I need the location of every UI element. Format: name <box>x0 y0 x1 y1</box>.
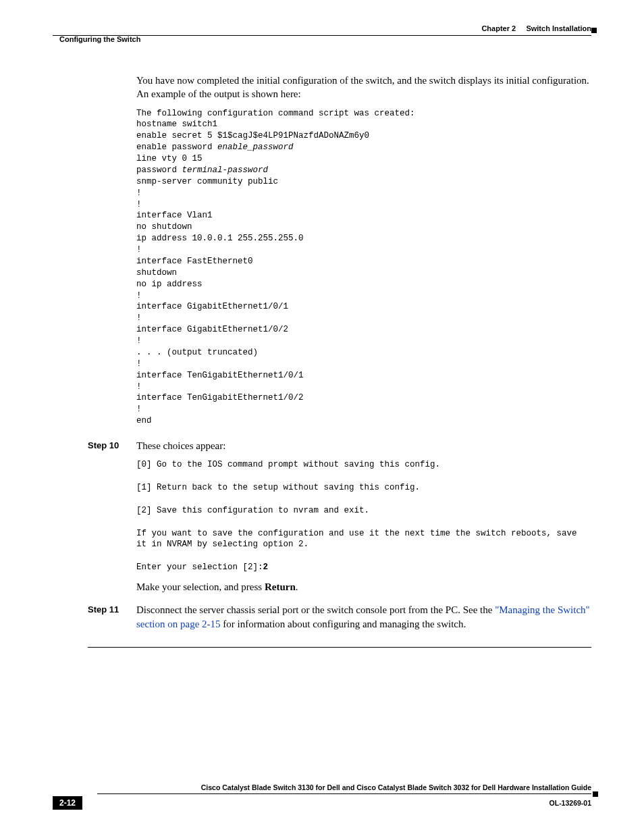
step-label: Step 10 <box>88 439 136 450</box>
chapter-title: Switch Installation <box>526 24 591 32</box>
code-line: . . . (output truncated) <box>136 348 258 357</box>
end-procedure-rule <box>88 647 591 648</box>
book-title: Cisco Catalyst Blade Switch 3130 for Del… <box>97 783 591 794</box>
text-fragment: for information about configuring and ma… <box>221 619 466 629</box>
code-line: ! <box>136 188 142 198</box>
code-line: If you want to save the configuration an… <box>136 529 582 550</box>
step11-text: Disconnect the server chassis serial por… <box>136 603 591 631</box>
code-line: no shutdown <box>136 222 192 232</box>
config-output-block: The following configuration command scri… <box>136 108 591 427</box>
code-line: ! <box>136 200 142 209</box>
code-line: ip address 10.0.0.1 255.255.255.0 <box>136 234 304 243</box>
code-line: end <box>136 416 152 425</box>
text-fragment: Disconnect the server chassis serial por… <box>136 604 495 615</box>
code-line: password <box>136 165 182 175</box>
code-line: enable secret 5 $1$cagJ$e4LP91PNazfdADoN… <box>136 131 369 140</box>
step-11: Step 11 Disconnect the server chassis se… <box>136 603 591 637</box>
chapter-label: Chapter 2 <box>481 24 516 32</box>
step10-intro: These choices appear: <box>136 439 591 452</box>
keycap: Return <box>265 581 296 592</box>
text-fragment: Make your selection, and press <box>136 581 265 592</box>
main-content: You have now completed the initial confi… <box>136 74 591 648</box>
code-line: [2] Save this configuration to nvram and… <box>136 506 369 515</box>
code-line: ! <box>136 313 142 323</box>
code-line: [1] Return back to the setup without sav… <box>136 483 420 492</box>
code-line: snmp-server community public <box>136 177 278 186</box>
code-placeholder: terminal-password <box>182 165 269 175</box>
code-line: ! <box>136 245 142 255</box>
intro-paragraph: You have now completed the initial confi… <box>136 74 591 101</box>
doc-id: OL-13269-01 <box>549 799 591 807</box>
section-title: Configuring the Switch <box>59 35 140 43</box>
code-line: shutdown <box>136 268 177 278</box>
code-line: ! <box>136 382 142 392</box>
code-line: [0] Go to the IOS command prompt without… <box>136 460 440 469</box>
code-placeholder: enable_password <box>217 142 294 152</box>
code-line: Enter your selection [2]: <box>136 563 263 572</box>
running-header: Chapter 2 Switch Installation <box>53 24 591 32</box>
step-label: Step 11 <box>88 603 136 615</box>
text-fragment: . <box>296 581 298 592</box>
user-input: 2 <box>263 563 269 572</box>
code-line: interface FastEthernet0 <box>136 257 253 266</box>
code-line: interface GigabitEthernet1/0/1 <box>136 302 288 311</box>
square-icon <box>593 791 598 797</box>
code-line: ! <box>136 336 142 346</box>
code-line: hostname switch1 <box>136 120 217 129</box>
code-line: interface TenGigabitEthernet1/0/2 <box>136 393 304 402</box>
code-line: ! <box>136 359 142 369</box>
page-footer: Cisco Catalyst Blade Switch 3130 for Del… <box>53 783 591 810</box>
code-line: no ip address <box>136 280 203 289</box>
page-container: Chapter 2 Switch Installation Configurin… <box>0 0 644 834</box>
code-line: enable password <box>136 142 217 152</box>
code-line: interface TenGigabitEthernet1/0/1 <box>136 371 304 380</box>
step10-closing: Make your selection, and press Return. <box>136 580 591 594</box>
step-10: Step 10 These choices appear: [0] Go to … <box>136 439 591 600</box>
code-line: ! <box>136 405 142 414</box>
code-line: The following configuration command scri… <box>136 109 415 118</box>
page-number-badge: 2-12 <box>53 796 82 810</box>
code-line: line vty 0 15 <box>136 154 203 163</box>
code-line: interface GigabitEthernet1/0/2 <box>136 325 288 334</box>
step10-choices: [0] Go to the IOS command prompt without… <box>136 459 591 573</box>
square-icon <box>591 28 597 33</box>
code-line: ! <box>136 291 142 301</box>
code-line: interface Vlan1 <box>136 211 213 220</box>
